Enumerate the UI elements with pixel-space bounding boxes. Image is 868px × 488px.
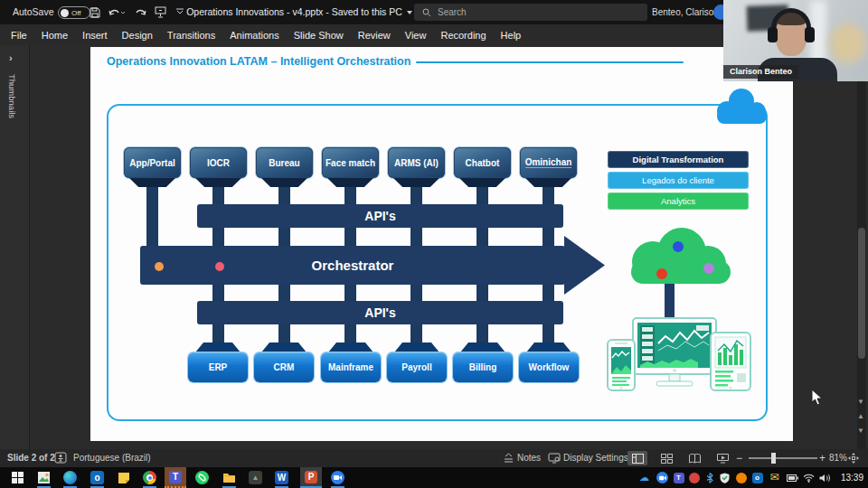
tab-file[interactable]: File (11, 30, 27, 41)
reading-view-button[interactable] (684, 451, 704, 465)
box-label: ARMS (AI) (394, 158, 439, 168)
tab-home[interactable]: Home (42, 30, 68, 41)
volume-tray-icon[interactable] (816, 470, 832, 485)
display-settings-button[interactable]: Display Settings (563, 449, 628, 467)
box-iocr[interactable]: IOCR (190, 147, 247, 178)
tab-review[interactable]: Review (358, 30, 391, 41)
box-label: ERP (209, 362, 228, 372)
box-payroll[interactable]: Payroll (387, 352, 447, 382)
sticky-notes-app-icon[interactable] (116, 470, 131, 485)
zoom-slider-thumb[interactable] (771, 453, 776, 464)
autosave-toggle[interactable]: Off (58, 6, 90, 19)
mail-tray-icon[interactable]: ✉ (767, 470, 782, 485)
expand-thumbnails-chevron-icon[interactable]: › (9, 52, 13, 63)
box-chatbot[interactable]: Chatbot (454, 147, 511, 178)
app-icon-dark[interactable]: ▲ (248, 470, 263, 485)
video-camera-icon (656, 472, 668, 483)
slideshow-view-button[interactable] (712, 451, 732, 465)
powerpoint-app-icon[interactable]: P (300, 467, 322, 488)
tab-transitions[interactable]: Transitions (167, 30, 215, 41)
tab-slideshow[interactable]: Slide Show (294, 30, 344, 41)
meeting-app-icon[interactable] (330, 470, 345, 485)
outlook-app-icon[interactable]: o (90, 470, 105, 485)
fit-to-window-icon[interactable] (848, 453, 859, 464)
word-app-icon[interactable]: W (274, 470, 289, 485)
slide-canvas[interactable]: Operations Innovation LATAM – Intelligen… (90, 47, 793, 441)
start-button[interactable] (10, 470, 25, 485)
box-app-portal[interactable]: App/Portal (124, 147, 181, 178)
normal-view-button[interactable] (627, 451, 647, 465)
notification-tray-icon[interactable] (686, 470, 702, 485)
analytics-cloud-devices-illustration[interactable] (606, 226, 755, 393)
scroll-down-arrow[interactable]: ▼ (854, 396, 868, 408)
language-status[interactable]: Portuguese (Brazil) (73, 449, 151, 467)
search-box[interactable]: Search (414, 4, 647, 21)
slide-sorter-view-button[interactable] (656, 451, 676, 465)
api-bar-top[interactable]: API's (197, 204, 563, 228)
webcam-video-tile[interactable]: Clarison Benteo (723, 0, 868, 81)
box-bureau[interactable]: Bureau (256, 147, 313, 178)
box-mainframe[interactable]: Mainframe (321, 352, 381, 382)
box-billing[interactable]: Billing (453, 352, 513, 382)
box-arms-ai[interactable]: ARMS (AI) (388, 147, 445, 178)
undo-button[interactable] (106, 5, 127, 20)
security-tray-icon[interactable] (717, 470, 732, 485)
box-face-match[interactable]: Face match (322, 147, 379, 178)
participant-name-label: Clarison Benteo (723, 65, 798, 79)
tab-animations[interactable]: Animations (230, 30, 278, 41)
photos-app-icon[interactable] (36, 470, 52, 485)
zoom-percent[interactable]: 81% (829, 449, 847, 467)
edge-app-icon[interactable] (62, 470, 78, 485)
box-label: Bureau (269, 158, 299, 168)
legend-analytics[interactable]: Analytics (608, 192, 749, 210)
zoom-out-button[interactable]: − (736, 449, 742, 467)
document-title[interactable]: Operations Innovations - v4.pptx - Saved… (170, 0, 429, 24)
slide-title[interactable]: Operations Innovation LATAM – Intelligen… (107, 55, 410, 68)
box-crm[interactable]: CRM (254, 352, 314, 382)
blue-cloud-icon[interactable] (711, 84, 774, 127)
thumbnails-rail[interactable]: › Thumbnails (0, 45, 30, 449)
taskbar-clock[interactable]: 13:39 (841, 467, 863, 488)
scrollbar-thumb[interactable] (858, 228, 865, 359)
tab-insert[interactable]: Insert (82, 30, 108, 41)
slide-indicator[interactable]: Slide 2 of 2 (7, 449, 55, 467)
zoom-in-button[interactable]: + (819, 449, 826, 467)
battery-tray-icon[interactable] (785, 470, 800, 485)
whatsapp-app-icon[interactable] (194, 470, 210, 485)
box-erp[interactable]: ERP (188, 352, 248, 382)
onedrive-tray-icon[interactable]: ☁ (637, 470, 652, 485)
notes-button[interactable]: Notes (517, 449, 541, 467)
save-button[interactable] (87, 5, 103, 20)
teams-app-icon[interactable]: T (165, 467, 186, 488)
tab-help[interactable]: Help (501, 30, 522, 41)
outlook-tray-icon[interactable]: o (750, 470, 765, 485)
box-ominichan[interactable]: Ominichan (520, 147, 577, 178)
tab-design[interactable]: Design (122, 30, 153, 41)
reading-view-icon (689, 454, 701, 464)
legend-digital-transformation[interactable]: Digital Transformation (608, 151, 749, 168)
tab-view[interactable]: View (405, 30, 427, 41)
previous-slide-button[interactable]: ▲ (854, 410, 868, 423)
api-bar-bottom[interactable]: API's (197, 301, 563, 324)
accessibility-checker-icon[interactable] (54, 452, 67, 464)
alert-tray-icon[interactable] (733, 470, 749, 485)
redo-button[interactable] (132, 5, 148, 20)
save-icon (90, 7, 100, 18)
bluetooth-tray-icon[interactable] (702, 470, 717, 485)
file-explorer-app-icon[interactable] (222, 470, 237, 485)
camera-tray-icon[interactable] (655, 470, 670, 485)
thumbnails-label: Thumbnails (7, 74, 17, 118)
next-slide-button[interactable]: ▼ (854, 425, 868, 437)
wifi-tray-icon[interactable] (801, 470, 816, 485)
sticky-notes-icon (118, 472, 130, 484)
box-workflow[interactable]: Workflow (519, 352, 579, 382)
teams-tray-icon[interactable]: T (671, 470, 686, 485)
legend-legados-do-cliente[interactable]: Legados do cliente (608, 172, 749, 189)
zoom-slider-track[interactable] (749, 457, 817, 459)
start-presentation-button[interactable] (152, 5, 168, 20)
chrome-app-icon[interactable] (142, 470, 157, 485)
account-name[interactable]: Benteo, Clarison (652, 0, 719, 24)
redo-icon (135, 7, 146, 18)
tab-recording[interactable]: Recording (440, 30, 486, 41)
green-cloud-icon (631, 228, 731, 284)
